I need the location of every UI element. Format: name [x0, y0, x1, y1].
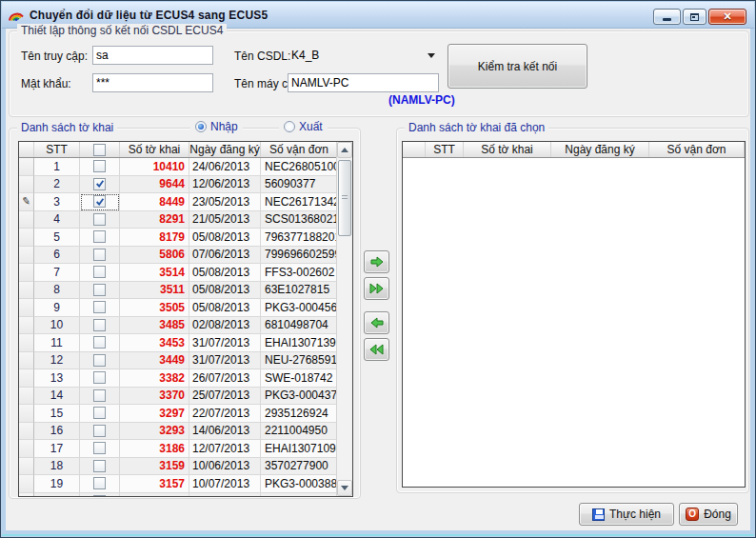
- checkbox-icon: [93, 266, 106, 278]
- row-selector[interactable]: [19, 405, 34, 423]
- table-row[interactable]: 11041024/06/2013NEC26805100: [19, 158, 336, 176]
- row-selector[interactable]: [19, 264, 34, 282]
- row-checkbox[interactable]: [80, 176, 120, 194]
- table-row[interactable]: 12344931/07/2013NEU-276859104: [19, 352, 336, 370]
- row-checkbox[interactable]: [80, 229, 120, 247]
- cell-stt: 8: [34, 282, 80, 300]
- table-row[interactable]: 8351105/08/201363E1027815: [19, 282, 336, 300]
- row-selector[interactable]: [19, 458, 34, 476]
- table-row[interactable]: 2964412/06/201356090377: [19, 176, 336, 194]
- row-selector[interactable]: [19, 334, 34, 352]
- execute-button[interactable]: Thực hiện: [579, 503, 674, 526]
- row-checkbox[interactable]: [80, 282, 120, 300]
- cell-stt: 3: [34, 193, 80, 211]
- window-title: Chuyển đổi dữ liệu từ ECUS4 sang ECUS5: [30, 9, 268, 22]
- row-selector[interactable]: [19, 493, 34, 498]
- arrow-left-icon: [369, 316, 385, 329]
- radio-export[interactable]: Xuất: [279, 120, 328, 133]
- row-selector[interactable]: [19, 247, 34, 265]
- scroll-up-button[interactable]: [337, 142, 352, 158]
- row-checkbox[interactable]: [80, 158, 120, 176]
- row-checkbox[interactable]: [80, 475, 120, 493]
- table-row[interactable]: 4829121/05/2013SCS01368021: [19, 211, 336, 229]
- table-row[interactable]: 15329722/07/20132935126924: [19, 405, 336, 423]
- row-checkbox[interactable]: [80, 264, 120, 282]
- password-input[interactable]: [92, 73, 213, 92]
- select-all-checkbox[interactable]: [80, 142, 120, 157]
- move-all-right-button[interactable]: [364, 277, 389, 300]
- move-selected-left-button[interactable]: [364, 311, 389, 334]
- row-selector[interactable]: [19, 440, 34, 458]
- radio-import[interactable]: Nhập: [190, 120, 243, 133]
- row-selector[interactable]: [19, 211, 34, 229]
- row-selector[interactable]: [19, 475, 34, 493]
- cell-stt: 9: [34, 299, 80, 317]
- row-selector[interactable]: [19, 282, 34, 300]
- table-row[interactable]: 18315910/06/20133570277900: [19, 458, 336, 476]
- table-row[interactable]: 5817905/08/2013796377188201: [19, 229, 336, 247]
- selected-declarations-table: STT Số tờ khai Ngày đăng ký Số vận đơn: [402, 141, 746, 488]
- move-all-left-button[interactable]: [364, 338, 389, 361]
- minimize-button[interactable]: [653, 9, 681, 25]
- row-checkbox[interactable]: [80, 247, 120, 265]
- row-checkbox[interactable]: [80, 369, 120, 388]
- cell-bill-no: EHAI13071094: [261, 440, 338, 458]
- row-checkbox[interactable]: [80, 440, 120, 458]
- table-row[interactable]: 17318612/07/2013EHAI13071094: [19, 440, 336, 458]
- checkbox-icon: [93, 249, 106, 261]
- table-row[interactable]: 20310807/06/20133569920896: [19, 493, 336, 498]
- table-row[interactable]: 16329314/06/20132211004950: [19, 423, 336, 441]
- maximize-button[interactable]: [683, 9, 706, 25]
- vertical-scrollbar[interactable]: [336, 142, 352, 496]
- table-row[interactable]: 7351405/08/2013FFS3-002602: [19, 264, 336, 282]
- table-row[interactable]: 13338226/07/2013SWE-018742: [19, 369, 336, 388]
- row-checkbox[interactable]: [80, 388, 120, 406]
- move-selected-right-button[interactable]: [364, 250, 389, 273]
- row-checkbox[interactable]: [80, 458, 120, 476]
- table-row[interactable]: 14337025/07/2013PKG3-000437: [19, 388, 336, 406]
- test-connection-button[interactable]: Kiểm tra kết nối: [448, 44, 587, 89]
- login-input[interactable]: [92, 46, 213, 65]
- cell-declaration-no: 3449: [120, 352, 189, 370]
- table-row[interactable]: 19315710/07/2013PKG3-000388: [19, 475, 336, 493]
- row-selector[interactable]: [19, 229, 34, 247]
- arrow-left-double-icon: [368, 343, 385, 356]
- table-row[interactable]: 9350505/08/2013PKG3-000456: [19, 299, 336, 317]
- row-checkbox[interactable]: [80, 423, 120, 441]
- row-selector[interactable]: [19, 423, 34, 441]
- row-selector[interactable]: [19, 369, 34, 388]
- cell-stt: 16: [34, 423, 80, 441]
- scroll-down-icon: [341, 486, 348, 490]
- row-selector[interactable]: [19, 299, 34, 317]
- row-checkbox[interactable]: [80, 493, 120, 498]
- cell-stt: 12: [34, 352, 80, 370]
- cell-stt: 13: [34, 369, 80, 388]
- row-checkbox[interactable]: [80, 299, 120, 317]
- row-checkbox[interactable]: [80, 405, 120, 423]
- cell-declaration-no: 3485: [120, 317, 189, 335]
- scrollbar-thumb[interactable]: [338, 160, 351, 236]
- table-row[interactable]: ✎3844923/05/2013NEC26171342: [19, 193, 336, 211]
- scroll-down-button[interactable]: [337, 480, 352, 496]
- row-selector[interactable]: [19, 388, 34, 406]
- row-selector[interactable]: [19, 158, 34, 176]
- cell-stt: 15: [34, 405, 80, 423]
- close-button[interactable]: ✕: [708, 9, 746, 25]
- row-checkbox[interactable]: [80, 352, 120, 370]
- close-dialog-button[interactable]: O Đóng: [679, 503, 738, 526]
- checkbox-icon: [93, 460, 106, 472]
- table-row[interactable]: 6580607/06/2013799696602599: [19, 247, 336, 265]
- row-checkbox[interactable]: [80, 193, 120, 211]
- database-combobox[interactable]: K4_B: [288, 46, 439, 65]
- row-selector[interactable]: [19, 352, 34, 370]
- row-checkbox[interactable]: [80, 211, 120, 229]
- row-checkbox[interactable]: [80, 317, 120, 335]
- table-row[interactable]: 11345331/07/2013EHAI13071396: [19, 334, 336, 352]
- row-checkbox[interactable]: [80, 334, 120, 352]
- declaration-table: STT Số tờ khai Ngày đăng ký Số vận đơn 1…: [18, 141, 353, 497]
- server-input[interactable]: [288, 73, 439, 92]
- row-selector[interactable]: ✎: [19, 193, 34, 211]
- table-row[interactable]: 10348502/08/20136810498704: [19, 317, 336, 335]
- row-selector[interactable]: [19, 176, 34, 194]
- row-selector[interactable]: [19, 317, 34, 335]
